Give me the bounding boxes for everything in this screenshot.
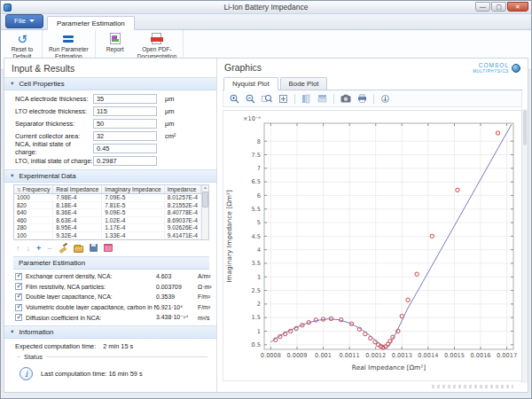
- print-icon[interactable]: [357, 94, 367, 103]
- check-icon: ✓: [17, 313, 23, 321]
- tab-nyquist-plot[interactable]: Nyquist Plot: [223, 77, 278, 90]
- y-axis-scale-icon[interactable]: [301, 94, 311, 104]
- table-cell: 9.32E-4: [53, 231, 102, 239]
- experimental-data-table: ⇅ FrequencyReal ImpedanceImaginary Imped…: [13, 184, 209, 240]
- run-parameter-estimation-button[interactable]: Run Parameter Estimation: [49, 32, 89, 60]
- section-information[interactable]: ▼ Information: [4, 325, 216, 339]
- table-row[interactable]: 10007.98E-47.09E-58.01257E-4: [14, 194, 200, 202]
- maximize-button[interactable]: ▢: [491, 2, 506, 12]
- table-row[interactable]: 8208.18E-47.81E-58.21552E-4: [14, 201, 200, 209]
- tab-parameter-estimation[interactable]: Parameter Estimation: [47, 16, 135, 30]
- clear-table-icon[interactable]: [59, 244, 67, 253]
- add-row-icon[interactable]: +: [36, 244, 41, 253]
- scroll-up-icon[interactable]: ▲: [203, 185, 207, 192]
- section-parameter-estimation-label: Parameter Estimation: [19, 259, 85, 267]
- lto-initial-soc-input[interactable]: [93, 156, 157, 166]
- divider: [46, 356, 207, 357]
- load-file-icon[interactable]: [74, 246, 83, 253]
- zoom-in-icon[interactable]: [230, 94, 239, 104]
- open-pdf-documentation-button[interactable]: Open PDF- Documentation: [137, 32, 176, 60]
- graphics-title: Graphics: [224, 62, 262, 73]
- lto-electrode-thickness-input[interactable]: [93, 106, 157, 116]
- exchange-current-density-checkbox[interactable]: ✓: [15, 273, 22, 280]
- table-header-row[interactable]: ⇅ FrequencyReal ImpedanceImaginary Imped…: [14, 185, 200, 194]
- footer-watermark: [432, 385, 513, 388]
- x-axis-scale-icon[interactable]: [317, 94, 327, 104]
- experimental-data-body: 10007.98E-47.09E-58.01257E-48208.18E-47.…: [14, 194, 200, 239]
- scrollbar-thumb[interactable]: [202, 192, 208, 207]
- undo-icon: ↺: [17, 32, 27, 45]
- move-up-icon[interactable]: ↑: [16, 244, 20, 253]
- close-button[interactable]: ✕: [507, 2, 528, 12]
- report-button[interactable]: Report: [102, 32, 129, 53]
- section-experimental-data[interactable]: ▼ Experimental Data: [4, 169, 216, 183]
- param-unit: F/m³: [198, 304, 210, 310]
- move-down-icon[interactable]: ↓: [27, 244, 31, 253]
- zoom-out-icon[interactable]: [246, 94, 255, 104]
- field-unit: µm: [165, 107, 174, 115]
- param-value: 3.438·10⁻¹⁴: [156, 314, 198, 321]
- column-header[interactable]: Real Impedance: [53, 185, 102, 194]
- double-layer-capacitance-checkbox[interactable]: ✓: [15, 293, 22, 301]
- table-cell: 9.41471E-4: [164, 231, 200, 239]
- film-resistivity-checkbox[interactable]: ✓: [15, 283, 22, 290]
- nca-initial-soc-input[interactable]: [93, 144, 157, 153]
- svg-text:0.0016: 0.0016: [470, 352, 490, 359]
- section-experimental-data-label: Experimental Data: [19, 172, 75, 180]
- section-cell-properties[interactable]: ▼ Cell Properties: [4, 77, 216, 90]
- table-cell: 1000: [14, 194, 53, 202]
- field-label: Current collector area:: [15, 132, 93, 140]
- svg-text:6: 6: [257, 192, 261, 200]
- svg-text:2.5: 2.5: [252, 287, 262, 294]
- table-cell: 1.17E-4: [102, 224, 164, 232]
- minimize-button[interactable]: —: [475, 2, 490, 12]
- export-table-icon[interactable]: [104, 244, 113, 252]
- section-information-label: Information: [19, 328, 53, 336]
- nca-electrode-thickness-input[interactable]: [93, 94, 157, 104]
- nyquist-plot-area[interactable]: 0.00080.00090.0010.00110.00120.00130.001…: [223, 110, 522, 381]
- snapshot-camera-icon[interactable]: [340, 94, 351, 103]
- diffusion-coefficient-checkbox[interactable]: ✓: [15, 314, 22, 321]
- table-scrollbar[interactable]: ▲: [201, 185, 208, 239]
- svg-text:0.0014: 0.0014: [418, 352, 438, 359]
- divider: [373, 94, 374, 104]
- svg-text:Imaginary Impedance [Ωm²]: Imaginary Impedance [Ωm²]: [225, 190, 233, 283]
- zoom-box-icon[interactable]: [262, 94, 272, 104]
- volumetric-dl-capacitance-checkbox[interactable]: ✓: [15, 304, 22, 311]
- table-row[interactable]: 1009.32E-41.33E-49.41471E-4: [14, 231, 200, 239]
- save-file-icon[interactable]: [90, 244, 98, 252]
- table-cell: 8.21552E-4: [164, 201, 200, 209]
- param-row: ✓ Volumetric double layer capacitance, c…: [4, 302, 216, 313]
- table-row[interactable]: 4608.63E-41.02E-48.69037E-4: [14, 216, 200, 224]
- svg-text:0.0011: 0.0011: [340, 352, 360, 359]
- report-icon: [110, 32, 121, 45]
- svg-text:0.0009: 0.0009: [286, 352, 307, 359]
- column-header[interactable]: ⇅ Frequency: [14, 185, 53, 194]
- form-row: LTO, initial state of charge:: [4, 154, 216, 167]
- graphics-scrollbar[interactable]: [521, 109, 528, 383]
- table-cell: 100: [14, 231, 53, 239]
- column-header[interactable]: Impedance: [164, 185, 200, 194]
- table-row[interactable]: 2808.95E-41.17E-49.02626E-4: [14, 224, 200, 232]
- scrollbar-thumb[interactable]: [523, 110, 527, 145]
- export-plot-icon[interactable]: [380, 94, 390, 104]
- tab-bode-plot[interactable]: Bode Plot: [280, 77, 328, 90]
- reset-to-default-button[interactable]: ↺ Reset to Default: [9, 32, 35, 60]
- collapse-triangle-icon: ▼: [10, 82, 14, 87]
- zoom-extents-icon[interactable]: [278, 94, 288, 104]
- delete-row-icon[interactable]: −: [47, 244, 51, 253]
- column-header[interactable]: Imaginary Impedance: [102, 185, 164, 194]
- separator-thickness-input[interactable]: [93, 119, 157, 129]
- last-computation-row: i Last computation time: 16 min 59 s: [20, 367, 216, 380]
- table-cell: 9.09E-5: [102, 209, 164, 217]
- current-collector-area-input[interactable]: [93, 131, 157, 141]
- divider: [17, 356, 20, 357]
- table-row[interactable]: 6408.36E-49.09E-58.40778E-4: [14, 209, 200, 217]
- file-menu-button[interactable]: File: [5, 14, 43, 28]
- svg-text:4.5: 4.5: [252, 233, 262, 240]
- sort-icon: ⇅: [17, 187, 22, 192]
- field-label: NCA electrode thickness:: [15, 95, 93, 103]
- check-icon: ✓: [17, 271, 23, 279]
- section-parameter-estimation[interactable]: Parameter Estimation: [13, 256, 209, 270]
- param-row: ✓ Exchange current density, NCA: 4.603 A…: [4, 271, 216, 282]
